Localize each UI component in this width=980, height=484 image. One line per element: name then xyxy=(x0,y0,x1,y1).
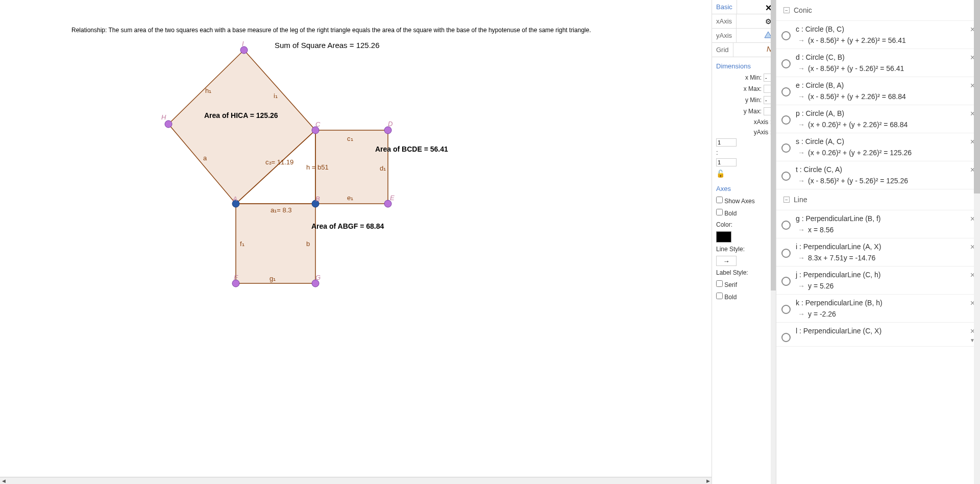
visibility-toggle[interactable] xyxy=(781,172,791,181)
object-equation: →(x - 8.56)² + (y + 2.26)² = 68.84 xyxy=(796,92,975,101)
section-line: − Line xyxy=(776,189,980,210)
object-equation: →(x - 8.56)² + (y - 5.26)² = 56.41 xyxy=(796,64,975,72)
object-definition: j : PerpendicularLine (C, h) xyxy=(796,271,975,279)
algebra-panel: − Conic c : Circle (B, C) →(x - 8.56)² +… xyxy=(776,0,980,484)
algebra-row[interactable]: g : PerpendicularLine (B, f) →x = 8.56 × xyxy=(776,210,980,238)
label-D: D xyxy=(388,120,393,128)
tab-grid[interactable]: Grid xyxy=(712,43,733,57)
xmax-label: x Max: xyxy=(716,85,762,92)
visibility-toggle[interactable] xyxy=(781,59,791,68)
conic-heading: Conic xyxy=(794,6,812,14)
label-c1: c₁ xyxy=(347,135,353,142)
label-hb: h = b51 xyxy=(306,163,329,171)
square-hica[interactable] xyxy=(168,50,315,204)
label-i1: i₁ xyxy=(274,92,278,100)
graphics-view[interactable]: Relationship: The sum area of the two sq… xyxy=(0,0,712,484)
bold2-checkbox[interactable] xyxy=(716,293,723,299)
scroll-left-icon[interactable]: ◀ xyxy=(0,478,7,484)
label-G: G xyxy=(315,274,321,281)
object-equation: →(x + 0.26)² + (y + 2.26)² = 68.84 xyxy=(796,120,975,129)
visibility-toggle[interactable] xyxy=(781,143,791,153)
object-equation: →(x - 8.56)² + (y - 5.26)² = 125.26 xyxy=(796,177,975,185)
xmin-label: x Min: xyxy=(716,74,762,81)
graphics-settings-panel: ✕ ⚙ N Basic xAxis yAxis Grid Dimensions … xyxy=(712,0,776,484)
scroll-right-icon[interactable]: ▶ xyxy=(704,478,712,484)
object-definition: p : Circle (A, B) xyxy=(796,109,975,117)
object-definition: l : PerpendicularLine (C, X) xyxy=(796,327,975,335)
square-abgf[interactable] xyxy=(236,204,315,283)
algebra-row[interactable]: j : PerpendicularLine (C, h) →y = 5.26 × xyxy=(776,267,980,295)
section-conic: − Conic xyxy=(776,0,980,21)
algebra-row[interactable]: k : PerpendicularLine (B, h) →y = -2.26 … xyxy=(776,295,980,323)
xaxis-ratio-input[interactable] xyxy=(716,138,737,147)
yaxis-ratio-label: yAxis : xyxy=(716,129,772,136)
object-definition: c : Circle (B, C) xyxy=(796,25,975,33)
yaxis-ratio-input[interactable] xyxy=(716,158,737,166)
label-C: C xyxy=(315,120,320,128)
labelstyle-label: Label Style: xyxy=(716,269,772,276)
color-label: Color: xyxy=(716,221,772,228)
label-I: I xyxy=(242,40,244,47)
label-a: a xyxy=(203,154,207,162)
area-abgf-label: Area of ABGF = 68.84 xyxy=(311,222,384,230)
tab-basic[interactable]: Basic xyxy=(712,0,737,14)
label-H: H xyxy=(161,113,166,121)
collapse-icon[interactable]: − xyxy=(783,7,790,13)
tab-yaxis[interactable]: yAxis xyxy=(712,29,737,42)
linestyle-select[interactable]: → xyxy=(716,256,737,266)
serif-label: Serif xyxy=(724,281,737,288)
construction-svg xyxy=(0,0,526,393)
line-heading: Line xyxy=(794,196,807,204)
settings-scrollbar[interactable] xyxy=(771,0,776,484)
visibility-toggle[interactable] xyxy=(781,221,791,230)
collapse-icon[interactable]: − xyxy=(783,197,790,203)
tab-xaxis[interactable]: xAxis xyxy=(712,14,737,28)
area-bcde-label: Area of BCDE = 56.41 xyxy=(375,145,448,153)
lock-icon[interactable]: 🔓 xyxy=(712,167,776,180)
visibility-toggle[interactable] xyxy=(781,277,791,286)
area-hica-label: Area of HICA = 125.26 xyxy=(204,111,278,119)
algebra-row[interactable]: c : Circle (B, C) →(x - 8.56)² + (y + 2.… xyxy=(776,21,980,49)
xaxis-ratio-label: xAxis : xyxy=(716,118,772,126)
point-H[interactable] xyxy=(165,120,172,128)
bold-checkbox[interactable] xyxy=(716,209,723,215)
serif-checkbox[interactable] xyxy=(716,280,723,287)
object-definition: k : PerpendicularLine (B, h) xyxy=(796,299,975,307)
object-definition: e : Circle (B, A) xyxy=(796,81,975,89)
algebra-row[interactable]: s : Circle (A, C) →(x + 0.26)² + (y + 2.… xyxy=(776,133,980,161)
algebra-scrollbar[interactable] xyxy=(974,0,980,484)
label-b: b xyxy=(306,240,310,248)
label-h1: h₁ xyxy=(205,87,211,94)
algebra-row[interactable]: p : Circle (A, B) →(x + 0.26)² + (y + 2.… xyxy=(776,105,980,133)
algebra-row[interactable]: e : Circle (B, A) →(x - 8.56)² + (y + 2.… xyxy=(776,77,980,105)
label-f1: f₁ xyxy=(240,240,244,248)
object-definition: s : Circle (A, C) xyxy=(796,137,975,146)
object-definition: g : PerpendicularLine (B, f) xyxy=(796,214,975,223)
algebra-row[interactable]: d : Circle (C, B) →(x - 8.56)² + (y - 5.… xyxy=(776,49,980,77)
object-equation: →(x + 0.26)² + (y + 2.26)² = 125.26 xyxy=(796,149,975,157)
label-d1: d₁ xyxy=(380,164,386,172)
visibility-toggle[interactable] xyxy=(781,115,791,125)
object-equation: →y = -2.26 xyxy=(796,310,975,318)
label-c2: c₂= 11.19 xyxy=(265,158,293,166)
visibility-toggle[interactable] xyxy=(781,305,791,314)
algebra-row[interactable]: t : Circle (C, A) →(x - 8.56)² + (y - 5.… xyxy=(776,161,980,189)
point-D[interactable] xyxy=(384,127,391,134)
label-B: B xyxy=(315,195,320,203)
ymin-label: y Min: xyxy=(716,96,762,104)
visibility-toggle[interactable] xyxy=(781,31,791,40)
visibility-toggle[interactable] xyxy=(781,333,791,342)
horizontal-scrollbar[interactable]: ◀ ▶ xyxy=(0,477,712,484)
point-I[interactable] xyxy=(240,46,248,54)
label-a1: a₁= 8.3 xyxy=(271,206,292,214)
label-e1: e₁ xyxy=(347,194,353,202)
algebra-row[interactable]: l : PerpendicularLine (C, X) × ▼ xyxy=(776,323,980,347)
algebra-row[interactable]: i : PerpendicularLine (A, X) →8.3x + 7.5… xyxy=(776,238,980,267)
bold-label: Bold xyxy=(724,210,737,217)
color-swatch[interactable] xyxy=(716,231,731,243)
label-E: E xyxy=(390,194,395,202)
object-equation: →8.3x + 7.51y = -14.76 xyxy=(796,254,975,262)
visibility-toggle[interactable] xyxy=(781,87,791,96)
visibility-toggle[interactable] xyxy=(781,249,791,258)
show-axes-checkbox[interactable] xyxy=(716,197,723,203)
